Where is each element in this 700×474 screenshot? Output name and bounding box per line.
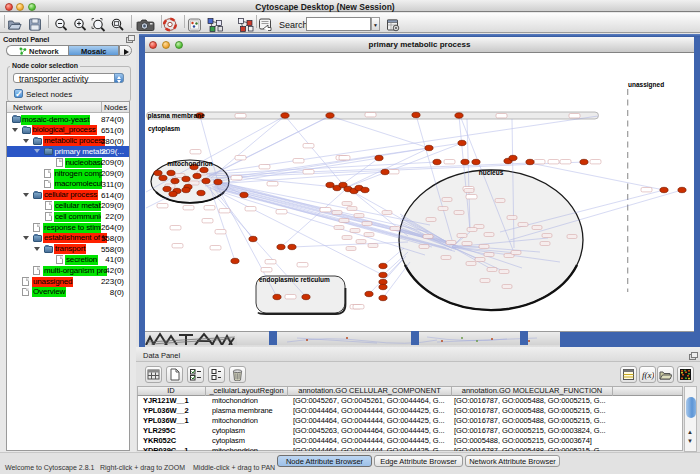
svg-text:f(x): f(x) (642, 370, 654, 380)
svg-text:mitochondrion: mitochondrion (167, 160, 213, 167)
svg-text:endoplasmic reticulum: endoplasmic reticulum (259, 276, 330, 284)
svg-text:cytoplasm: cytoplasm (148, 125, 180, 133)
svg-text:plasma membrane: plasma membrane (148, 112, 205, 120)
svg-text:nucleus: nucleus (479, 169, 504, 176)
svg-text:unassigned: unassigned (628, 81, 664, 89)
